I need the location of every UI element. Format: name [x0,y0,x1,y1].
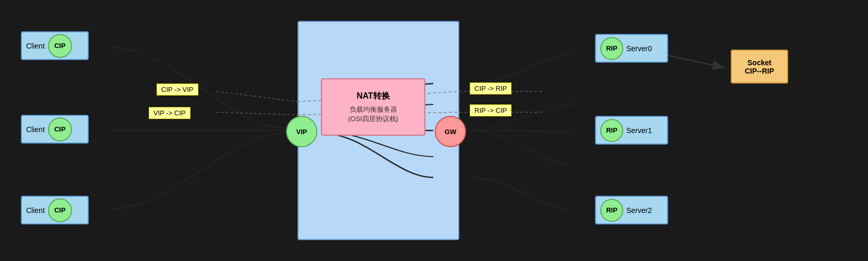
server-2-rip: RIP [600,199,623,222]
client-1-label: Client [26,125,45,134]
socket-label-line2: CIP--RIP [745,67,774,75]
client-1-cip: CIP [48,117,72,141]
socket-label-line1: Socket [747,58,771,67]
svg-line-0 [217,91,298,102]
tag-vip-cip: VIP -> CIP [149,107,191,119]
server-1-label: Server1 [626,126,652,135]
server-0-box: RIP Server0 [595,34,668,63]
tag-cip-vip: CIP -> VIP [157,84,198,96]
vip-node: VIP [286,116,317,147]
server-0-rip: RIP [600,37,623,60]
server-1-box: RIP Server1 [595,116,668,145]
server-0-label: Server0 [626,44,652,53]
nat-label: NAT转换 [356,91,390,102]
server-2-box: RIP Server2 [595,196,668,224]
connections-svg [0,0,868,261]
gw-node: GW [435,116,466,147]
client-0-label: Client [26,42,45,50]
client-0-cip: CIP [48,34,72,58]
server-1-rip: RIP [600,119,623,142]
diagram: Client CIP Client CIP Client CIP CIP -> … [0,0,868,261]
client-1-box: Client CIP [21,115,89,144]
tag-rip-cip: RIP -> CIP [470,104,512,116]
tag-cip-rip: CIP -> RIP [470,82,512,94]
socket-box: Socket CIP--RIP [731,50,788,84]
server-2-label: Server2 [626,206,652,215]
client-2-label: Client [26,206,45,215]
client-2-cip: CIP [48,198,72,222]
nat-sublabel: 负载均衡服务器(OSI四层协议栈) [348,105,398,124]
client-0-box: Client CIP [21,31,89,60]
client-2-box: Client CIP [21,196,89,224]
svg-line-1 [217,112,298,115]
nat-box: NAT转换 负载均衡服务器(OSI四层协议栈) [321,78,425,136]
